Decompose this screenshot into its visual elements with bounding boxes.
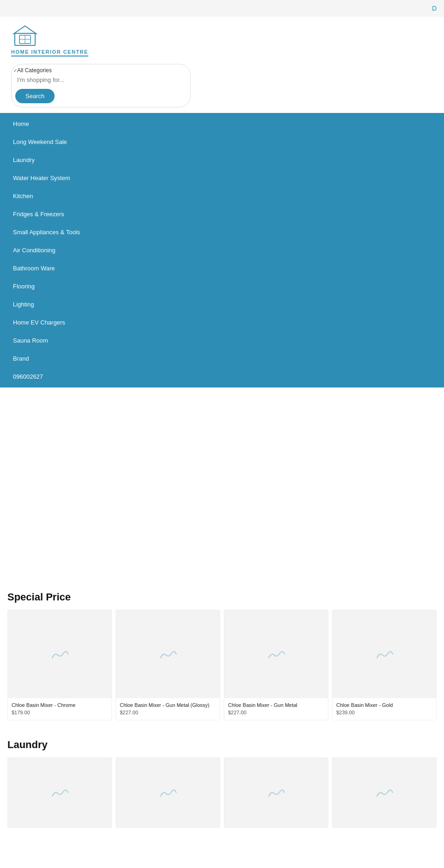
laundry-product-card-1[interactable] — [116, 757, 220, 828]
logo[interactable]: Home Interior Centre — [11, 24, 88, 56]
product-info-2: Chloe Basin Mixer - Gun Metal $227.00 — [224, 698, 328, 720]
nav-item-long-weekend-sale[interactable]: Long Weekend Sale — [0, 133, 444, 151]
laundry-product-image-2 — [224, 758, 328, 827]
special-price-grid: Chloe Basin Mixer - Chrome $179.00 Chloe… — [7, 610, 437, 720]
nav-item-sauna[interactable]: Sauna Room — [0, 331, 444, 350]
nav-item-kitchen[interactable]: Kitchen — [0, 187, 444, 205]
search-input[interactable] — [12, 75, 190, 87]
product-card-2[interactable]: Chloe Basin Mixer - Gun Metal $227.00 — [224, 610, 328, 720]
laundry-product-card-0[interactable] — [7, 757, 112, 828]
product-name-3: Chloe Basin Mixer - Gold — [336, 702, 432, 708]
laundry-image-placeholder-icon-0 — [50, 787, 69, 798]
product-price-0: $179.00 — [12, 710, 108, 715]
nav-menu: Home Long Weekend Sale Laundry Water Hea… — [0, 113, 444, 387]
laundry-product-image-3 — [333, 758, 436, 827]
laundry-image-placeholder-icon-2 — [267, 787, 285, 798]
special-price-title: Special Price — [7, 591, 437, 603]
image-placeholder-icon-2 — [267, 649, 285, 660]
product-card-0[interactable]: Chloe Basin Mixer - Chrome $179.00 — [7, 610, 112, 720]
product-image-1 — [116, 610, 220, 698]
laundry-product-card-3[interactable] — [332, 757, 437, 828]
product-info-0: Chloe Basin Mixer - Chrome $179.00 — [8, 698, 111, 720]
nav-item-flooring[interactable]: Flooring — [0, 277, 444, 295]
site-header: Home Interior Centre — [0, 17, 444, 60]
nav-item-brand[interactable]: Brand — [0, 350, 444, 368]
search-box: All Categories Search — [11, 64, 191, 107]
image-placeholder-icon-3 — [375, 649, 394, 660]
product-card-3[interactable]: Chloe Basin Mixer - Gold $239.00 — [332, 610, 437, 720]
laundry-product-image-1 — [116, 758, 220, 827]
laundry-product-image-0 — [8, 758, 111, 827]
nav-item-water-heater[interactable]: Water Heater System — [0, 169, 444, 187]
product-image-0 — [8, 610, 111, 698]
laundry-section: Laundry — [0, 734, 444, 832]
laundry-grid — [7, 757, 437, 828]
image-placeholder-icon-0 — [50, 649, 69, 660]
product-price-2: $227.00 — [228, 710, 324, 715]
gap-section — [0, 387, 444, 582]
product-info-1: Chloe Basin Mixer - Gun Metal (Glossy) $… — [116, 698, 220, 720]
product-price-1: $227.00 — [120, 710, 216, 715]
product-image-3 — [333, 610, 436, 698]
laundry-image-placeholder-icon-1 — [159, 787, 177, 798]
logo-svg — [11, 24, 39, 47]
laundry-title: Laundry — [7, 739, 437, 751]
nav-item-fridges[interactable]: Fridges & Freezers — [0, 205, 444, 223]
nav-item-bathroom-ware[interactable]: Bathroom Ware — [0, 259, 444, 277]
nav-item-small-appliances[interactable]: Small Appliances & Tools — [0, 223, 444, 241]
product-info-3: Chloe Basin Mixer - Gold $239.00 — [333, 698, 436, 720]
laundry-product-card-2[interactable] — [224, 757, 328, 828]
search-area: All Categories Search — [0, 60, 444, 113]
nav-item-laundry[interactable]: Laundry — [0, 151, 444, 169]
nav-item-home-ev[interactable]: Home EV Chargers — [0, 313, 444, 331]
product-price-3: $239.00 — [336, 710, 432, 715]
product-name-0: Chloe Basin Mixer - Chrome — [12, 702, 108, 708]
product-image-2 — [224, 610, 328, 698]
special-price-section: Special Price Chloe Basin Mixer - Chrome… — [0, 582, 444, 734]
image-placeholder-icon-1 — [159, 649, 177, 660]
product-name-1: Chloe Basin Mixer - Gun Metal (Glossy) — [120, 702, 216, 708]
nav-item-air-conditioning[interactable]: Air Conditioning — [0, 241, 444, 259]
product-name-2: Chloe Basin Mixer - Gun Metal — [228, 702, 324, 708]
nav-item-phone[interactable]: 096002627 — [0, 368, 444, 386]
nav-item-home[interactable]: Home — [0, 115, 444, 133]
nav-item-lighting[interactable]: Lighting — [0, 295, 444, 313]
laundry-image-placeholder-icon-3 — [375, 787, 394, 798]
search-button[interactable]: Search — [15, 89, 55, 103]
category-selector[interactable]: All Categories — [12, 64, 190, 75]
top-bar: D — [0, 0, 444, 17]
product-card-1[interactable]: Chloe Basin Mixer - Gun Metal (Glossy) $… — [116, 610, 220, 720]
logo-text: Home Interior Centre — [11, 49, 88, 56]
user-icon[interactable]: D — [432, 5, 437, 12]
